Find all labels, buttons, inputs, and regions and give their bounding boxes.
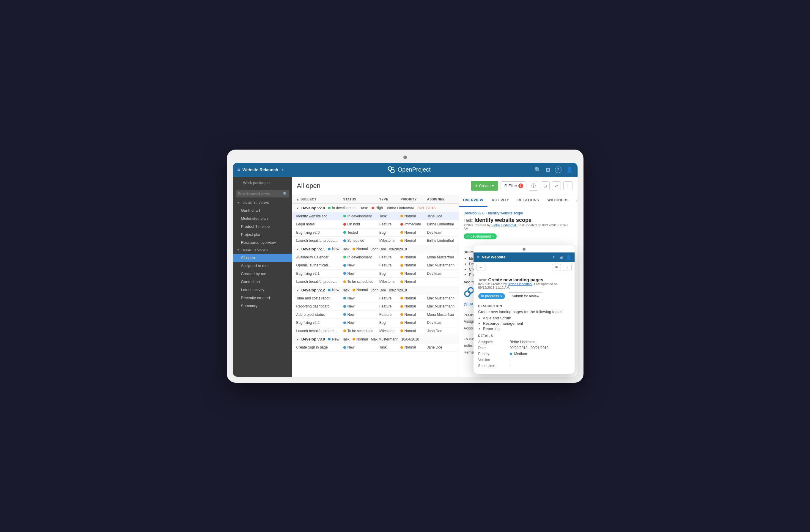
fc-eye-button[interactable]: 👁 [552, 264, 561, 271]
sidebar-item-ressource-overview[interactable]: Ressource overview [233, 239, 292, 246]
default-views-header[interactable]: ▼ Default Views [233, 246, 292, 254]
filter-button[interactable]: ⚗ Filter 1 [501, 181, 526, 190]
sidebar-item-product-timeline[interactable]: Product Timeline [233, 223, 292, 230]
sidebar-item-gantt-chart[interactable]: Gantt chart [233, 206, 292, 214]
back-icon: ← [237, 180, 241, 185]
fullscreen-button[interactable]: ⤢ [552, 181, 561, 190]
col-priority[interactable]: PRIORITY [398, 195, 424, 204]
fc-submit-button[interactable]: Submit for review [508, 292, 544, 300]
table-row[interactable]: Time and costs repor... New Feature Norm… [292, 294, 459, 303]
status-dot-icon [343, 264, 346, 267]
fc-spent-value: - [510, 364, 570, 368]
priority-badge: Normal [400, 263, 416, 267]
type-cell: Feature [376, 294, 398, 303]
breadcrumb-parent[interactable]: Develop v2.0 [464, 211, 485, 215]
status-badge: New [343, 345, 355, 350]
columns-button[interactable]: ⊟ [541, 181, 550, 190]
fc-user-icon[interactable]: 👤 [566, 255, 571, 260]
table-row[interactable]: Bug fixing v2.0 Tested Bug Normal Dev te… [292, 228, 459, 237]
table-row[interactable]: ▼ Develop v3.0 New Task Normal Max Muste… [292, 335, 459, 343]
search-input[interactable] [236, 190, 289, 197]
sidebar-item-created-by-me[interactable]: Created by me [233, 270, 292, 278]
expand-icon[interactable]: ⤢ [573, 195, 577, 207]
table-row[interactable]: Legal notes On hold Feature Immediate Bi… [292, 220, 459, 229]
priority-dot-icon [353, 289, 355, 291]
status-pill[interactable]: In development ▾ [464, 233, 497, 239]
fc-more-button[interactable]: ⋮ [563, 264, 572, 271]
sidebar-item-latest-activity[interactable]: Latest activity [233, 286, 292, 294]
fc-status-pill[interactable]: In progress ▾ [478, 293, 505, 299]
tab-overview[interactable]: OVERVIEW [459, 195, 487, 207]
priority-badge: Normal [400, 312, 416, 317]
app-logo: OpenProject [387, 166, 431, 174]
table-row[interactable]: ▼ Develop v2.2 New Task Normal John Doe … [292, 286, 459, 294]
status-dot-icon [328, 338, 330, 340]
table-row[interactable]: Launch beautiful produc... Scheduled Mil… [292, 237, 459, 245]
table-row[interactable]: Identify website sco... In development T… [292, 212, 459, 220]
sidebar-item-gantt-chart-default[interactable]: Gantt chart [233, 278, 292, 286]
table-row[interactable]: OpenID authenticati... New Feature Norma… [292, 261, 459, 270]
group-chevron-icon[interactable]: ▼ [296, 207, 299, 210]
more-button[interactable]: ⋮ [563, 181, 573, 190]
table-row[interactable]: Launch beautiful produc... To be schedul… [292, 278, 459, 286]
fc-hamburger-icon[interactable]: ≡ [477, 255, 480, 260]
user-icon[interactable]: 👤 [566, 166, 573, 173]
table-row[interactable]: Launch beautiful produc... To be schedul… [292, 327, 459, 335]
status-badge: New [328, 288, 339, 292]
info-button[interactable]: ⓘ [529, 181, 538, 191]
search-icon[interactable]: 🔍 [534, 166, 541, 173]
table-row[interactable]: Bug fixing v2.1 New Bug Normal Dev team … [292, 270, 459, 278]
detail-tabs: OVERVIEW ACTIVITY RELATIONS WATCHERS ⤢ ✕ [459, 195, 578, 207]
group-chevron-icon[interactable]: ▼ [296, 289, 299, 292]
priority-badge: Immediate [400, 222, 421, 226]
group-chevron-icon[interactable]: ▼ [296, 338, 299, 341]
sidebar-back-button[interactable]: ← Work packages [233, 177, 292, 189]
create-button[interactable]: + Create ▾ [471, 181, 498, 191]
table-row[interactable]: Add project status New Feature Normal Mo… [292, 310, 459, 319]
col-status[interactable]: STATUS [340, 195, 376, 204]
col-subject[interactable]: ▲ SUBJECT [292, 195, 340, 204]
fc-grid-icon[interactable]: ⊞ [560, 255, 563, 260]
help-icon[interactable]: ? [555, 166, 562, 173]
group-chevron-icon[interactable]: ▼ [296, 248, 299, 251]
subject-cell: OpenID authenticati... [292, 261, 340, 270]
fc-assignee-value: Birthe Lindenthal [510, 340, 570, 344]
assignee-cell: Mona Musterfrau [424, 310, 457, 319]
device-notch [403, 156, 407, 159]
favorite-views-header[interactable]: ▼ Favorite Views [233, 199, 292, 206]
sidebar-item-summary[interactable]: Summary [233, 302, 292, 310]
tab-watchers[interactable]: WATCHERS [544, 195, 573, 207]
create-label: Create [479, 183, 491, 188]
table-row[interactable]: Bug fixing v2.2 New Bug Normal Dev team … [292, 319, 459, 327]
sidebar-back-label: Work packages [243, 180, 270, 185]
sidebar-item-recently-created[interactable]: Recently created [233, 294, 292, 302]
table-row[interactable]: ▼ Develop v2.0 In development Task [292, 204, 459, 212]
table-row[interactable]: Availability Calendar In development Fea… [292, 253, 459, 261]
tab-relations[interactable]: RELATIONS [513, 195, 544, 207]
fc-dropdown-icon[interactable]: ▾ [553, 255, 555, 259]
sidebar-item-meilensteinplan[interactable]: Meilensteinplan [233, 214, 292, 223]
priority-badge: Normal [400, 321, 416, 325]
sidebar-item-assigned-to-me[interactable]: Assigned to me [233, 262, 292, 270]
tab-activity[interactable]: ACTIVITY [487, 195, 513, 207]
status-dot-icon [343, 321, 346, 324]
priority-badge: Normal [353, 337, 368, 341]
col-assignee[interactable]: ASSIGNEE [424, 195, 457, 204]
sidebar-item-all-open[interactable]: All open [233, 254, 292, 262]
status-badge: To be scheduled [343, 279, 373, 284]
priority-badge: Normal [400, 239, 416, 243]
creator-link[interactable]: Birthe Lindenthal [491, 223, 516, 227]
type-cell: Feature [376, 253, 398, 261]
type-cell: Feature [376, 303, 398, 311]
fc-creator-link[interactable]: Birthe Lindenthal [508, 282, 532, 286]
table-row[interactable]: ▼ Develop v2.1 New Task Normal John Doe … [292, 245, 459, 253]
table-row[interactable]: Create Sign in page New Task Normal Jane… [292, 343, 459, 352]
type-cell: Feature [376, 261, 398, 270]
table-row[interactable]: Reporting dashboard New Feature Normal M… [292, 303, 459, 311]
sidebar-item-project-plan[interactable]: Project plan [233, 230, 292, 239]
col-finish-date[interactable]: FINISH DATE [457, 195, 458, 204]
hamburger-icon[interactable]: ≡ [238, 167, 240, 173]
grid-icon[interactable]: ⊞ [546, 166, 550, 173]
col-type[interactable]: TYPE [376, 195, 398, 204]
fc-back-button[interactable]: ← [476, 264, 485, 271]
